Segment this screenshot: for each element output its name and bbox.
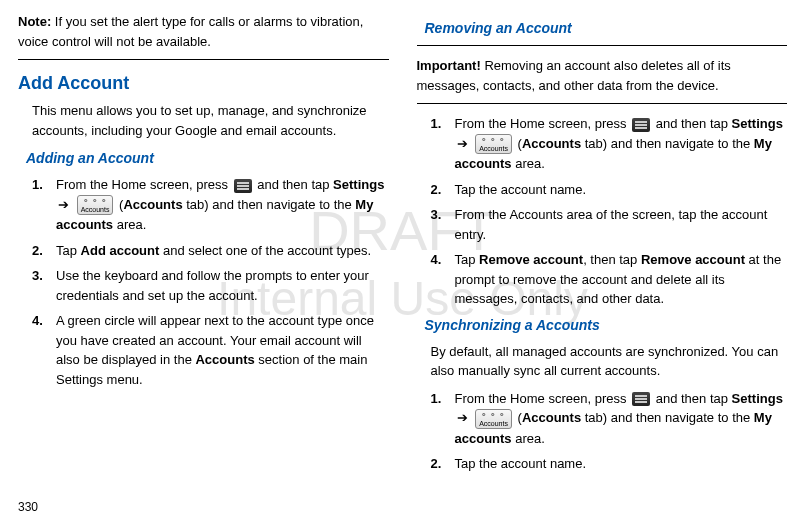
important-block: Important! Removing an account also dele… — [417, 56, 788, 95]
rem-step-3: 3. From the Accounts area of the screen,… — [431, 205, 788, 244]
removing-steps: 1. From the Home screen, press and then … — [431, 114, 788, 309]
rem-step-1: 1. From the Home screen, press and then … — [431, 114, 788, 174]
divider — [18, 59, 389, 60]
menu-icon — [632, 392, 650, 406]
subheading-adding: Adding an Account — [26, 148, 389, 169]
step-text: From the Home screen, press — [455, 391, 631, 406]
step-number: 2. — [32, 241, 43, 261]
rem-step-2: 2. Tap the account name. — [431, 180, 788, 200]
step-text: area. — [512, 431, 545, 446]
step-text: From the Home screen, press — [56, 177, 232, 192]
step-number: 2. — [431, 454, 442, 474]
accounts-section: Accounts — [195, 352, 254, 367]
accounts-icon: ⚬⚬⚬Accounts — [475, 409, 512, 429]
step-text: tab) and then navigate to the — [183, 197, 356, 212]
step-text: tab) and then navigate to the — [581, 136, 754, 151]
subheading-sync: Synchronizing a Accounts — [425, 315, 788, 336]
add-account-label: Add account — [81, 243, 160, 258]
step-number: 2. — [431, 180, 442, 200]
step-text: From the Accounts area of the screen, ta… — [455, 207, 768, 242]
divider — [417, 103, 788, 104]
sync-steps: 1. From the Home screen, press and then … — [431, 389, 788, 474]
rem-step-4: 4. Tap Remove account, then tap Remove a… — [431, 250, 788, 309]
step-number: 3. — [431, 205, 442, 225]
step-number: 1. — [431, 114, 442, 134]
adding-steps: 1. From the Home screen, press and then … — [32, 175, 389, 389]
accounts-tab: Accounts — [123, 197, 182, 212]
remove-account-label: Remove account — [641, 252, 745, 267]
step-text: area. — [113, 217, 146, 232]
arrow-icon: ➔ — [58, 197, 69, 212]
heading-add-account: Add Account — [18, 70, 389, 97]
note-label: Note: — [18, 14, 51, 29]
divider — [417, 45, 788, 46]
sync-intro: By default, all managed accounts are syn… — [431, 342, 788, 381]
step-number: 3. — [32, 266, 43, 286]
remove-account-label: Remove account — [479, 252, 583, 267]
add-step-3: 3. Use the keyboard and follow the promp… — [32, 266, 389, 305]
menu-icon — [234, 179, 252, 193]
intro-text: This menu allows you to set up, manage, … — [32, 101, 389, 140]
step-text: and then tap — [652, 116, 732, 131]
arrow-icon: ➔ — [457, 410, 468, 425]
step-text: and then tap — [254, 177, 334, 192]
sync-step-1: 1. From the Home screen, press and then … — [431, 389, 788, 449]
page-number: 330 — [18, 498, 38, 516]
accounts-icon: ⚬⚬⚬Accounts — [77, 195, 114, 215]
note-text: If you set the alert type for calls or a… — [18, 14, 363, 49]
step-number: 4. — [32, 311, 43, 331]
settings-label: Settings — [333, 177, 384, 192]
step-text: Tap — [455, 252, 480, 267]
step-text: and select one of the account types. — [159, 243, 371, 258]
important-label: Important! — [417, 58, 481, 73]
step-text: Tap the account name. — [455, 182, 587, 197]
step-text: Use the keyboard and follow the prompts … — [56, 268, 369, 303]
accounts-icon: ⚬⚬⚬Accounts — [475, 134, 512, 154]
accounts-tab: Accounts — [522, 136, 581, 151]
sync-step-2: 2. Tap the account name. — [431, 454, 788, 474]
step-text: and then tap — [652, 391, 732, 406]
step-number: 4. — [431, 250, 442, 270]
step-text: , then tap — [583, 252, 641, 267]
step-text: area. — [512, 156, 545, 171]
note-block: Note: If you set the alert type for call… — [18, 12, 389, 51]
step-text: From the Home screen, press — [455, 116, 631, 131]
add-step-1: 1. From the Home screen, press and then … — [32, 175, 389, 235]
settings-label: Settings — [732, 391, 783, 406]
page-content: Note: If you set the alert type for call… — [18, 12, 787, 492]
accounts-tab: Accounts — [522, 410, 581, 425]
step-text: ( — [514, 410, 522, 425]
arrow-icon: ➔ — [457, 136, 468, 151]
step-text: Tap the account name. — [455, 456, 587, 471]
step-number: 1. — [32, 175, 43, 195]
step-text: ( — [514, 136, 522, 151]
add-step-2: 2. Tap Add account and select one of the… — [32, 241, 389, 261]
subheading-removing: Removing an Account — [425, 18, 788, 39]
step-number: 1. — [431, 389, 442, 409]
step-text: Tap — [56, 243, 81, 258]
settings-label: Settings — [732, 116, 783, 131]
menu-icon — [632, 118, 650, 132]
step-text: tab) and then navigate to the — [581, 410, 754, 425]
add-step-4: 4. A green circle will appear next to th… — [32, 311, 389, 389]
